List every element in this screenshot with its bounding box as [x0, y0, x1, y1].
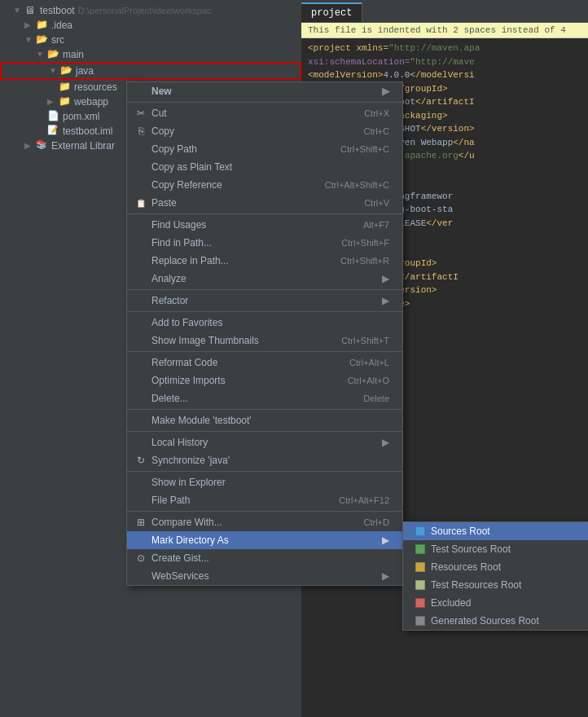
shortcut-replace-path: Ctrl+Shift+R	[340, 256, 389, 266]
arrow-external	[24, 141, 34, 151]
menu-label-copy-ref: Copy Reference	[151, 179, 309, 191]
menu-item-copy-path[interactable]: Copy Path Ctrl+Shift+C	[127, 140, 402, 158]
find-path-icon	[134, 236, 148, 249]
menu-item-compare[interactable]: Compare With... Ctrl+D	[127, 513, 402, 531]
folder-icon-webapp	[59, 95, 72, 108]
reformat-icon	[134, 356, 148, 369]
menu-sep-4	[127, 351, 402, 352]
menu-item-find-path[interactable]: Find in Path... Ctrl+Shift+F	[127, 234, 402, 252]
submenu-arrow-webservices: ▶	[382, 570, 389, 582]
cut-icon	[134, 107, 148, 120]
sync-icon	[134, 454, 148, 467]
tree-item-idea[interactable]: .idea	[0, 18, 301, 33]
menu-item-copy-ref[interactable]: Copy Reference Ctrl+Alt+Shift+C	[127, 176, 402, 194]
menu-item-make-module[interactable]: Make Module 'testboot'	[127, 411, 402, 429]
new-icon	[134, 85, 148, 98]
menu-item-delete[interactable]: Delete... Delete	[127, 389, 402, 407]
tree-label-resources: resources	[74, 81, 117, 93]
test-sources-icon	[413, 543, 428, 556]
menu-item-local-history[interactable]: Local History ▶	[127, 433, 402, 451]
project-icon: 🖥	[24, 4, 37, 17]
shortcut-cut: Ctrl+X	[364, 108, 389, 118]
menu-item-show-explorer[interactable]: Show in Explorer	[127, 473, 402, 491]
mark-dir-icon	[134, 534, 148, 547]
make-module-icon	[134, 414, 148, 427]
shortcut-optimize: Ctrl+Alt+O	[348, 376, 389, 385]
explorer-icon	[134, 476, 148, 489]
submenu-arrow-local-history: ▶	[382, 437, 389, 448]
shortcut-find-path: Ctrl+Shift+F	[341, 238, 389, 248]
shortcut-find-usages: Alt+F7	[363, 220, 389, 230]
menu-label-show-thumbnails: Show Image Thumbnails	[151, 335, 325, 346]
arrow-java	[49, 66, 59, 76]
menu-item-find-usages[interactable]: Find Usages Alt+F7	[127, 216, 402, 234]
submenu-item-generated[interactable]: Generated Sources Root	[403, 612, 588, 630]
menu-label-paste: Paste	[151, 197, 348, 209]
menu-item-synchronize[interactable]: Synchronize 'java'	[127, 451, 402, 469]
menu-item-file-path[interactable]: File Path Ctrl+Alt+F12	[127, 491, 402, 509]
menu-item-cut[interactable]: Cut Ctrl+X	[127, 104, 402, 122]
tree-item-testboot[interactable]: 🖥 testboot D:\personalProject\idea\works…	[0, 3, 301, 18]
submenu-item-resources[interactable]: Resources Root	[403, 558, 588, 576]
menu-item-copy-plain[interactable]: Copy as Plain Text	[127, 158, 402, 176]
tab-project[interactable]: project	[301, 2, 362, 22]
shortcut-delete: Delete	[363, 394, 389, 403]
tree-item-java[interactable]: java	[0, 62, 301, 80]
menu-label-copy-plain: Copy as Plain Text	[151, 161, 389, 173]
copy-path-icon	[134, 143, 148, 156]
menu-label-show-explorer: Show in Explorer	[151, 477, 389, 488]
menu-label-file-path: File Path	[151, 495, 323, 506]
menu-label-find-path: Find in Path...	[151, 237, 325, 249]
paste-icon	[134, 196, 148, 209]
arrow-webapp	[47, 97, 57, 107]
folder-icon-idea	[36, 19, 49, 32]
menu-label-local-history: Local History	[151, 437, 379, 448]
thumbnails-icon	[134, 334, 148, 347]
folder-icon-src	[36, 33, 49, 46]
menu-item-create-gist[interactable]: Create Gist...	[127, 549, 402, 567]
menu-label-compare: Compare With...	[151, 517, 348, 528]
gist-icon	[134, 552, 148, 565]
menu-item-copy[interactable]: Copy Ctrl+C	[127, 122, 402, 140]
submenu-item-sources-root[interactable]: Sources Root	[403, 522, 588, 540]
submenu-label-generated: Generated Sources Root	[431, 615, 539, 627]
find-usages-icon	[134, 218, 148, 231]
file-path-icon	[134, 494, 148, 507]
tree-item-main[interactable]: main	[0, 47, 301, 62]
arrow-pom	[36, 112, 46, 121]
menu-item-reformat[interactable]: Reformat Code Ctrl+Alt+L	[127, 354, 402, 372]
code-line-1: xsi:schemaLocation="http://mave	[308, 55, 581, 69]
menu-item-mark-dir[interactable]: Mark Directory As ▶	[127, 531, 402, 549]
menu-item-show-thumbnails[interactable]: Show Image Thumbnails Ctrl+Shift+T	[127, 332, 402, 350]
copy-plain-icon	[134, 161, 148, 174]
optimize-icon	[134, 374, 148, 387]
menu-label-add-favorites: Add to Favorites	[151, 317, 389, 328]
refactor-icon	[134, 294, 148, 307]
excluded-icon	[413, 596, 428, 609]
submenu-item-test-resources[interactable]: Test Resources Root	[403, 576, 588, 594]
submenu-item-test-sources[interactable]: Test Sources Root	[403, 540, 588, 558]
menu-item-paste[interactable]: Paste Ctrl+V	[127, 194, 402, 212]
menu-item-add-favorites[interactable]: Add to Favorites	[127, 314, 402, 332]
menu-item-webservices[interactable]: WebServices ▶	[127, 567, 402, 585]
menu-label-copy-path: Copy Path	[151, 143, 324, 155]
code-line-2: <modelVersion>4.0.0</modelVersi	[308, 68, 581, 82]
shortcut-paste: Ctrl+V	[364, 198, 389, 208]
tree-label-main: main	[63, 49, 84, 60]
tree-item-src[interactable]: src	[0, 33, 301, 47]
menu-sep-6	[127, 431, 402, 432]
tree-label-external: External Librar	[51, 140, 115, 152]
submenu-label-resources: Resources Root	[431, 561, 501, 573]
submenu-arrow-refactor: ▶	[382, 295, 389, 306]
editor-tabs: project	[301, 0, 588, 23]
shortcut-thumbnails: Ctrl+Shift+T	[341, 336, 389, 345]
submenu-item-excluded[interactable]: Excluded	[403, 594, 588, 612]
xml-icon-pom	[47, 110, 60, 123]
menu-item-replace-path[interactable]: Replace in Path... Ctrl+Shift+R	[127, 252, 402, 270]
copy-ref-icon	[134, 178, 148, 191]
menu-item-new[interactable]: New ▶	[127, 82, 402, 100]
menu-label-cut: Cut	[151, 108, 348, 119]
menu-item-analyze[interactable]: Analyze ▶	[127, 270, 402, 288]
menu-item-optimize[interactable]: Optimize Imports Ctrl+Alt+O	[127, 372, 402, 389]
menu-item-refactor[interactable]: Refactor ▶	[127, 292, 402, 310]
